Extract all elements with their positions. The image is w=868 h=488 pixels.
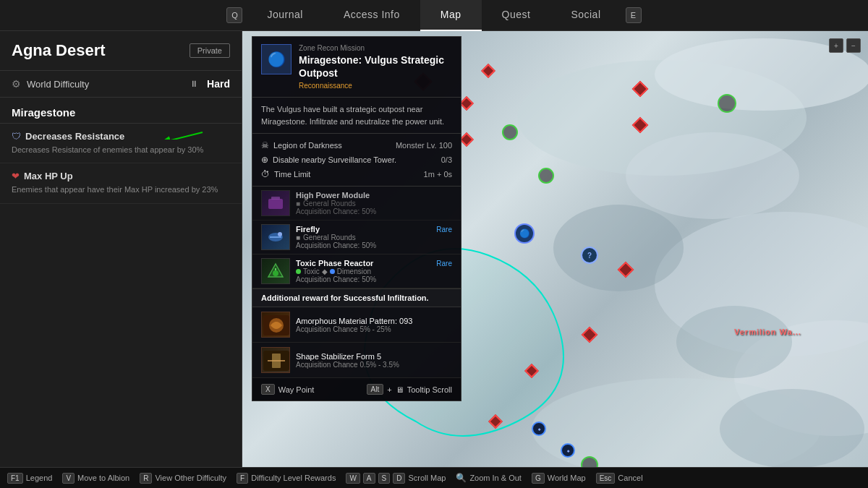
mission-name: Miragestone: Vulgus Strategic Outpost: [299, 53, 452, 80]
marker-top-6[interactable]: [634, 119, 646, 131]
mission-popup: 🔵 Zone Recon Mission Miragestone: Vulgus…: [252, 36, 461, 401]
world-map-label: World Map: [548, 474, 586, 482]
marker-r1[interactable]: [620, 264, 631, 275]
w-key: W: [346, 473, 359, 484]
difficulty-label: World Difficulty: [27, 79, 184, 90]
reward-sub-1: ■ General Rounds: [296, 200, 452, 207]
waypoint-label: Way Point: [278, 385, 315, 394]
tooltip-monitor-icon: 🖥: [396, 385, 404, 394]
bottom-bar: F1 Legend V Move to Albion R View Other …: [0, 467, 868, 488]
sidebar-header: Agna Desert Private: [0, 31, 242, 71]
marker-r4[interactable]: [490, 416, 501, 427]
objective-icon-1: ⊕: [261, 155, 268, 165]
difficulty-rewards-btn[interactable]: F Difficulty Level Rewards: [237, 473, 336, 484]
legend-btn[interactable]: F1 Legend: [7, 473, 52, 484]
reward-chance-toxic: Acquisition Chance: 50%: [296, 275, 452, 283]
reward-chance-firefly: Acquisition Chance: 50%: [296, 241, 452, 249]
marker-top-4[interactable]: [461, 134, 472, 145]
bonus-name-1: Amorphous Material Pattern: 093: [296, 317, 412, 325]
marker-top-5[interactable]: [634, 83, 646, 95]
r-key: R: [140, 473, 152, 484]
f1-key: F1: [7, 473, 23, 484]
map-controls: + −: [829, 38, 861, 53]
objective-row-1: ⊕ Disable nearby Surveillance Tower. 0/3: [261, 153, 452, 167]
reward-icon-toxic: [261, 258, 290, 284]
other-difficulty-label: View Other Difficulty: [155, 474, 226, 482]
scroll-map-label: Scroll Map: [408, 474, 446, 482]
marker-top-2[interactable]: [483, 66, 493, 76]
zone-section-name: Miragestone: [0, 98, 242, 124]
marker-green-1[interactable]: [502, 124, 518, 140]
marker-r2[interactable]: [584, 329, 595, 341]
s-key: S: [378, 473, 391, 484]
marker-r3[interactable]: [527, 366, 537, 376]
svg-point-2: [626, 132, 799, 219]
effect-item-maxhp: ❤ Max HP Up Enemies that appear have the…: [0, 163, 242, 203]
reward-icon-1: [261, 190, 290, 216]
monster-level: Monster Lv. 100: [396, 141, 452, 150]
bonus-reward-1: Amorphous Material Pattern: 093 Acquisit…: [252, 307, 461, 343]
cancel-btn[interactable]: Esc Cancel: [596, 473, 643, 484]
mission-icon: 🔵: [261, 44, 292, 74]
marker-blue-1[interactable]: ⬥: [532, 421, 546, 436]
svg-point-6: [553, 205, 684, 291]
nav-key-e: E: [626, 7, 642, 23]
reward-rarity-toxic: Rare: [436, 260, 452, 267]
waypoint-btn[interactable]: X Way Point: [261, 384, 314, 395]
reward-chance-1: Acquisition Chance: 50%: [296, 207, 452, 215]
tab-quest[interactable]: Quest: [482, 0, 551, 31]
zoom-icon: 🔍: [456, 473, 467, 483]
svg-point-7: [676, 306, 792, 378]
effect-item-resistance: 🛡 Decreases Resistance Decreases Resista…: [0, 124, 242, 163]
nav-key-q: Q: [226, 7, 242, 23]
cancel-label: Cancel: [618, 474, 642, 482]
marker-top-3[interactable]: [461, 98, 472, 108]
tooltip-label: Tooltip Scroll: [407, 385, 452, 394]
marker-special-1[interactable]: ?: [581, 247, 598, 264]
svg-point-8: [720, 389, 864, 467]
marker-green-2[interactable]: [538, 168, 554, 184]
bonus-chance-1: Acquisition Chance 5% - 25%: [296, 325, 412, 333]
tab-journal[interactable]: Journal: [247, 0, 323, 31]
reward-item-toxic: Toxic Phase Reactor Rare Toxic ◆ Dimensi…: [252, 254, 461, 288]
enemy-icon: ☠: [261, 140, 269, 150]
marker-blue-2[interactable]: ⬥: [561, 443, 575, 458]
other-difficulty-btn[interactable]: R View Other Difficulty: [140, 473, 226, 484]
reward-icon-firefly: [261, 224, 290, 250]
left-sidebar: Agna Desert Private ⚙ World Difficulty ⏸…: [0, 31, 242, 467]
scroll-map-btn[interactable]: W A S D Scroll Map: [346, 473, 446, 484]
mission-footer: X Way Point Alt + 🖥 Tooltip Scroll: [252, 378, 461, 401]
mission-description: The Vulgus have built a strategic outpos…: [252, 98, 461, 134]
pause-icon: ⏸: [190, 79, 198, 89]
move-albion-btn[interactable]: V Move to Albion: [62, 473, 129, 484]
zoom-btn[interactable]: 🔍 Zoom In & Out: [456, 473, 522, 483]
reward-sub-firefly: ■ General Rounds: [296, 234, 452, 241]
bonus-icon-1: [261, 312, 290, 338]
tab-map[interactable]: Map: [420, 0, 482, 31]
marker-green-3[interactable]: [718, 94, 736, 113]
bonus-reward-2: Shape Stabilizer Form 5 Acquisition Chan…: [252, 343, 461, 378]
top-navigation: Q Journal Access Info Map Quest Social E: [0, 0, 868, 31]
marker-active[interactable]: 🔵: [514, 223, 535, 244]
enemy-name: Legion of Darkness: [273, 141, 342, 150]
move-albion-label: Move to Albion: [77, 474, 129, 482]
tab-social[interactable]: Social: [550, 0, 621, 31]
reward-item-firefly: Firefly Rare ■ General Rounds Acquisitio…: [252, 221, 461, 254]
privacy-badge: Private: [190, 43, 230, 58]
legend-label: Legend: [26, 474, 53, 482]
marker-green-zone[interactable]: [581, 456, 598, 467]
tab-access-info[interactable]: Access Info: [323, 0, 420, 31]
bonus-icon-2: [261, 347, 290, 373]
tooltip-key: Alt: [367, 384, 384, 395]
dimension-dot: [330, 269, 335, 274]
reward-item-1: High Power Module ■ General Rounds Acqui…: [252, 187, 461, 221]
timelimit-label: Time Limit: [274, 170, 310, 179]
g-key: G: [532, 473, 545, 484]
reward-rarity-firefly: Rare: [436, 226, 452, 234]
esc-key: Esc: [596, 473, 616, 484]
f-key: F: [237, 473, 248, 484]
world-map-btn[interactable]: G World Map: [532, 473, 586, 484]
tooltip-btn[interactable]: Alt + 🖥 Tooltip Scroll: [367, 384, 452, 395]
mission-header: 🔵 Zone Recon Mission Miragestone: Vulgus…: [252, 37, 461, 98]
svg-point-20: [278, 232, 282, 236]
